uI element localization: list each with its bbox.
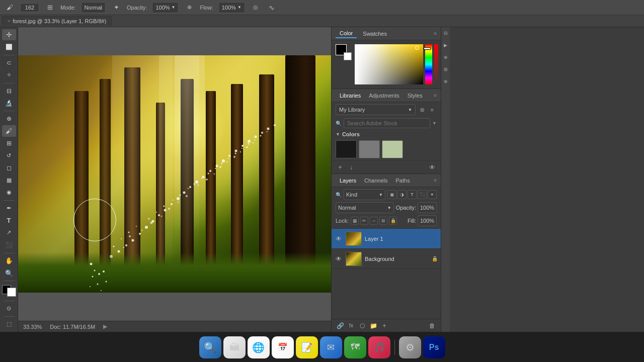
lock-artboard-icon[interactable]: ⊞	[379, 217, 387, 225]
dock-music[interactable]: 🎵	[368, 336, 390, 358]
eyedropper-tool[interactable]: 🔬	[2, 98, 16, 109]
layer-fx-btn[interactable]: fx	[347, 321, 356, 330]
canvas-wrapper[interactable]	[18, 27, 331, 321]
vertical-icon-1[interactable]: ▶	[442, 41, 450, 49]
brush-size-display[interactable]: 162	[20, 3, 39, 12]
color-tab[interactable]: Color	[336, 29, 357, 38]
doc-info-expand[interactable]: ▶	[103, 323, 107, 330]
pen-tool[interactable]: ✒	[2, 203, 16, 214]
color-panel-menu[interactable]: ≡	[434, 31, 437, 36]
libraries-panel-menu[interactable]: ≡	[434, 93, 437, 98]
mode-dropdown[interactable]: Normal	[81, 2, 106, 13]
add-mask-btn[interactable]: ⬡	[358, 321, 367, 330]
gradient-tool[interactable]: ▦	[2, 174, 16, 186]
dock-mail[interactable]: ✉	[320, 336, 342, 358]
layer-visibility-1[interactable]: 👁	[335, 255, 343, 263]
adjustments-tab[interactable]: Adjustments	[365, 92, 404, 100]
search-collapse-arrow[interactable]: ▼	[432, 121, 437, 126]
lock-all-icon[interactable]: 🔒	[389, 217, 397, 225]
fg-bg-color-swatch[interactable]	[2, 285, 16, 296]
eye-icon[interactable]: 👁	[428, 163, 437, 172]
dock-notes[interactable]: 📝	[296, 336, 318, 358]
library-dropdown[interactable]: My Library ▼	[336, 104, 416, 115]
smoothing-icon[interactable]: ∿	[266, 2, 277, 13]
move-tool[interactable]: ✛	[2, 29, 16, 40]
new-group-btn[interactable]: 📁	[369, 321, 378, 330]
vertical-icon-2[interactable]: ⊕	[442, 53, 450, 61]
flow-control[interactable]: 100% ▼	[218, 2, 245, 13]
layer-item-1[interactable]: 👁 Background 🔒	[332, 249, 441, 269]
history-brush-tool[interactable]: ↺	[2, 150, 16, 161]
styles-tab[interactable]: Styles	[404, 92, 427, 100]
airbrush-icon[interactable]: ✦	[111, 2, 122, 13]
zoom-tool[interactable]: 🔍	[2, 267, 16, 279]
opacity-control[interactable]: 100% ▼	[152, 2, 179, 13]
shape-tool[interactable]: ⬛	[2, 239, 16, 250]
brush-tool[interactable]: 🖌	[2, 125, 16, 136]
color-swatch-0[interactable]	[336, 140, 357, 158]
blur-tool[interactable]: ◉	[2, 187, 16, 198]
colors-collapse-arrow[interactable]: ▼	[336, 132, 340, 137]
dock-maps[interactable]: 🗺	[344, 336, 366, 358]
path-select-tool[interactable]: ↗	[2, 227, 16, 238]
libraries-tab[interactable]: Libraries	[336, 92, 365, 100]
hue-slider[interactable]	[425, 44, 432, 84]
tab-close-btn[interactable]: ×	[8, 19, 10, 24]
lock-transparent-icon[interactable]: ▦	[351, 217, 359, 225]
magic-wand-tool[interactable]: ✧	[2, 69, 16, 80]
type-filter-icon[interactable]: T	[408, 190, 417, 199]
swatches-tab[interactable]: Swatches	[359, 30, 391, 38]
dock-settings[interactable]: ⚙	[399, 336, 421, 358]
stamp-tool[interactable]: ⊞	[2, 138, 16, 149]
alpha-slider[interactable]	[434, 44, 438, 84]
type-tool[interactable]: T	[2, 215, 16, 226]
dock-finder[interactable]: 🔍	[199, 336, 221, 358]
bg-color-swatch[interactable]	[344, 52, 352, 60]
opacity-value[interactable]: 100%	[418, 202, 437, 213]
healing-brush-tool[interactable]: ⊕	[2, 113, 16, 124]
selection-tool[interactable]: ⬜	[2, 41, 16, 52]
channels-tab[interactable]: Channels	[360, 176, 391, 185]
vertical-icon-3[interactable]: ⊞	[442, 65, 450, 73]
change-screen-mode-icon[interactable]: ⬚	[2, 319, 16, 330]
layers-panel-menu[interactable]: ≡	[434, 177, 437, 183]
color-swatch-1[interactable]	[359, 140, 380, 158]
list-view-icon[interactable]: ≡	[428, 105, 437, 114]
adjust-filter-icon[interactable]: ◑	[397, 190, 407, 199]
background-color[interactable]	[7, 288, 16, 297]
pressure-opacity-icon[interactable]: ⊕	[184, 2, 195, 13]
canvas-image[interactable]	[18, 55, 331, 293]
filter-type-dropdown[interactable]: Kind ▼	[344, 189, 385, 200]
brush-settings-icon[interactable]: ⊞	[44, 2, 55, 13]
lasso-tool[interactable]: ⊂	[2, 57, 16, 68]
layers-tab[interactable]: Layers	[336, 176, 360, 185]
color-gradient-main[interactable]	[355, 44, 423, 84]
pixel-filter-icon[interactable]: ▣	[387, 190, 396, 199]
eraser-tool[interactable]: ◻	[2, 162, 16, 173]
dock-calendar[interactable]: 📅	[272, 336, 294, 358]
new-layer-btn[interactable]: +	[380, 321, 389, 330]
add-library-btn[interactable]: +	[336, 163, 345, 172]
link-layers-btn[interactable]: 🔗	[336, 321, 345, 330]
blend-mode-dropdown[interactable]: Normal ▼	[336, 202, 394, 213]
brush-tool-icon[interactable]: 🖌	[4, 2, 15, 13]
vertical-icon-0[interactable]: ⊟	[442, 29, 450, 37]
shape-filter-icon[interactable]: ⬛	[418, 190, 427, 199]
crop-tool[interactable]: ⊟	[2, 85, 16, 96]
layer-visibility-0[interactable]: 👁	[335, 235, 343, 243]
library-search-input[interactable]	[344, 118, 430, 128]
grid-view-icon[interactable]: ⊞	[418, 105, 427, 114]
lock-position-icon[interactable]: ↔	[370, 217, 378, 225]
dock-photoshop[interactable]: Ps	[423, 336, 445, 358]
dock-photos[interactable]: 🏔	[223, 336, 246, 358]
layer-item-0[interactable]: 👁 Layer 1	[332, 229, 441, 249]
color-fg-bg[interactable]	[336, 44, 352, 60]
dock-chrome[interactable]: 🌐	[248, 336, 270, 358]
vertical-icon-4[interactable]: ⊗	[442, 77, 450, 85]
file-tab[interactable]: × forest.jpg @ 33.3% (Layer 1, RGB/8#)	[2, 16, 112, 26]
color-swatch-2[interactable]	[382, 140, 403, 158]
canvas-area[interactable]: 33.33% Doc: 11.7M/16.5M ▶	[18, 27, 331, 332]
paths-tab[interactable]: Paths	[392, 176, 414, 185]
color-picker-dot[interactable]	[415, 46, 419, 50]
import-library-btn[interactable]: ↓	[347, 163, 356, 172]
